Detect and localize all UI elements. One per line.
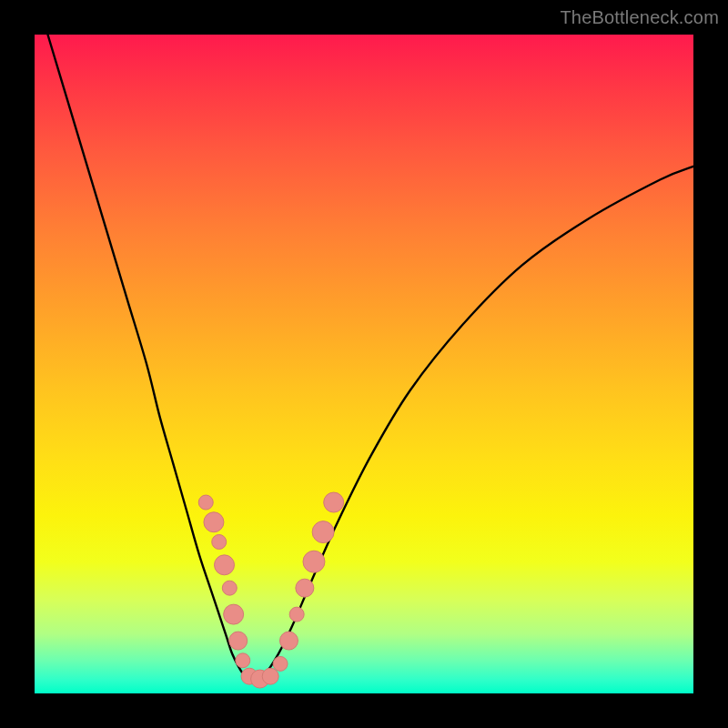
data-marker	[215, 555, 235, 575]
chart-frame: TheBottleneck.com	[0, 0, 728, 728]
data-marker	[289, 607, 304, 622]
data-marker	[273, 656, 288, 671]
data-marker	[312, 521, 334, 543]
data-marker	[198, 495, 213, 510]
series-left-curve	[47, 35, 251, 681]
watermark-text: TheBottleneck.com	[560, 7, 719, 28]
data-marker	[303, 551, 325, 572]
data-marker	[296, 579, 314, 597]
data-marker	[324, 492, 344, 512]
data-marker	[229, 632, 248, 650]
data-marker	[212, 534, 227, 549]
data-marker	[224, 604, 244, 624]
data-marker	[262, 668, 278, 684]
data-marker	[279, 632, 298, 650]
data-marker	[222, 581, 237, 595]
data-marker	[236, 653, 250, 668]
curves-layer	[0, 0, 728, 728]
data-marker	[204, 512, 224, 532]
series-right-curve	[252, 167, 693, 681]
